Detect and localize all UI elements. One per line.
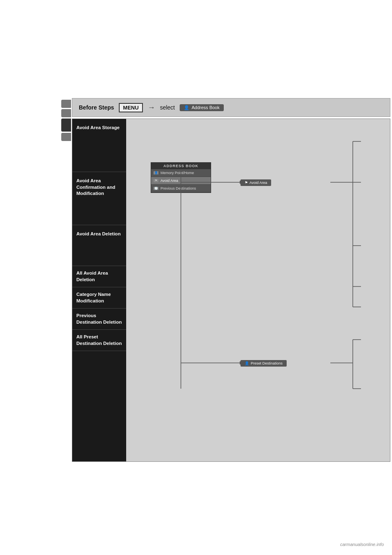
nav-tab-1[interactable] [61,100,71,108]
section-avoid-area-storage: Avoid Area Storage [72,119,126,172]
ab-item-memory[interactable]: 👤 Memory Point/Home [151,169,211,177]
avoid-area-pill[interactable]: ⚑ Avoid Area [241,179,271,186]
section-previous-destination-deletion: Previous Destination Deletion [72,309,126,330]
preset-dest-pill[interactable]: 👤 Preset Destinations [241,360,287,367]
nav-tab-3-current[interactable] [61,119,71,132]
section-all-avoid-area-deletion: All Avoid Area Deletion [72,266,126,287]
address-book-popup: ADDRESS BOOK 👤 Memory Point/Home ⚑ Avoid… [151,162,211,193]
arrow-icon: → [148,103,155,112]
ab-item-prev-dest[interactable]: 🕐 Previous Destinations [151,185,211,192]
section-all-preset-destination-deletion: All Preset Destination Deletion [72,330,126,351]
address-book-pill[interactable]: 👤 Address Book [180,104,223,111]
section-avoid-area-deletion: Avoid Area Deletion [72,225,126,266]
address-book-pill-label: Address Book [192,105,219,110]
ab-item-avoid[interactable]: ⚑ Avoid Area [151,177,211,185]
watermark: carmanualsonline.info [340,542,384,547]
address-book-icon: 👤 [184,105,189,110]
menu-box[interactable]: MENU [119,103,143,112]
diagram-area: Avoid Area Storage Avoid Area Confirmati… [72,119,390,462]
main-content: Before Steps MENU → select 👤 Address Boo… [72,98,390,462]
preset-dest-label: Preset Destinations [251,361,283,365]
select-label: select [160,104,175,111]
nav-tab-4[interactable] [61,133,71,141]
nav-strip [61,100,71,142]
flow-area: ADDRESS BOOK 👤 Memory Point/Home ⚑ Avoid… [126,119,390,461]
nav-tab-2[interactable] [61,109,71,117]
person-icon: 👤 [154,171,158,175]
clock-icon: 🕐 [154,187,158,190]
section-labels: Avoid Area Storage Avoid Area Confirmati… [72,119,126,461]
ab-title: ADDRESS BOOK [151,163,211,169]
before-steps-bar: Before Steps MENU → select 👤 Address Boo… [72,98,390,117]
preset-dest-icon: 👤 [245,361,249,365]
section-category-name-modification: Category Name Modification [72,287,126,309]
avoid-area-pill-icon: ⚑ [245,181,248,185]
avoid-area-pill-label: Avoid Area [249,181,267,185]
before-steps-label: Before Steps [79,104,114,111]
page-wrapper: Before Steps MENU → select 👤 Address Boo… [0,0,392,555]
section-avoid-area-confirmation: Avoid Area Confirmation and Modification [72,172,126,225]
flag-icon: ⚑ [154,179,158,182]
